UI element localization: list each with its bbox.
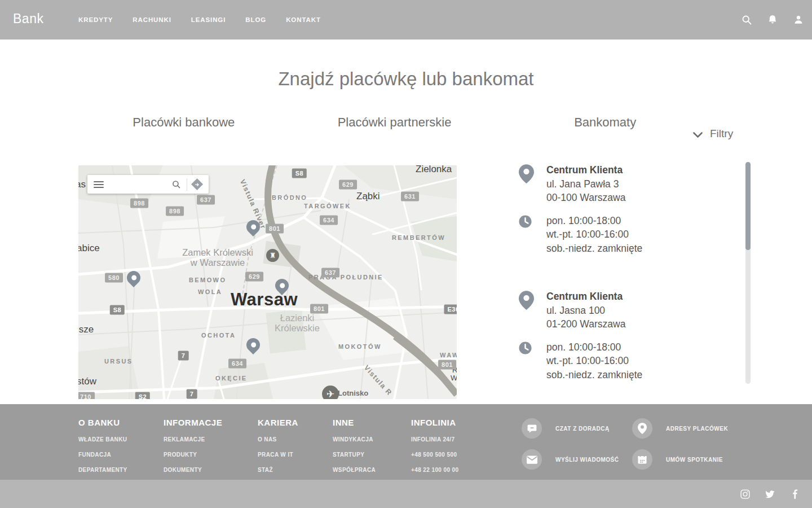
filters-label: Filtry <box>710 128 733 140</box>
twitter-icon[interactable] <box>765 489 775 499</box>
branch-hours: sob.-niedz. zamknięte <box>546 242 642 256</box>
action-addresses[interactable]: ADRESY PLACÓWEK <box>632 418 728 439</box>
footer-col-infolinia: INFOLINIA INFOLINIA 24/7 +48 500 500 500… <box>411 404 459 473</box>
directions-icon[interactable] <box>191 178 203 190</box>
branch-hours: wt.-pt. 10:00-16:00 <box>546 354 642 368</box>
map-label: MOKOTÓW <box>338 343 382 350</box>
road-shield: 7 <box>178 351 189 361</box>
location-pin-icon <box>519 163 535 205</box>
map-label: WOLA <box>198 288 222 295</box>
map-pin[interactable] <box>124 268 143 287</box>
results-scrollbar[interactable] <box>745 162 751 384</box>
page-title: Znajdź placówkę lub bankomat <box>0 68 812 90</box>
road-shield: E30 <box>444 305 457 314</box>
map-label: Łazienki Królewskie <box>263 313 331 333</box>
top-nav: Bank KREDYTY RACHUNKI LEASINGI BLOG KONT… <box>0 0 812 40</box>
map-menu-icon[interactable] <box>94 181 104 188</box>
footer-link[interactable]: WŁADZE BANKU <box>78 436 127 443</box>
footer-link[interactable]: REKLAMACJE <box>164 436 222 443</box>
map-overlays: ZielonkaZąbkiWarsawBRÓDNOTARGÓWEKREMBERT… <box>78 165 457 399</box>
tab-placowki-bankowe[interactable]: Placówki bankowe <box>78 115 289 130</box>
footer-col-inne: INNE WINDYKACJA STARTUPY WSPÓŁPRACA <box>333 404 376 473</box>
road-shield: 898 <box>166 207 184 216</box>
footer-link[interactable]: O NAS <box>258 436 298 443</box>
social-icons <box>740 480 800 508</box>
branch-hours: pon. 10:00-18:00 <box>546 340 642 354</box>
footer-phone[interactable]: +48 22 100 00 00 <box>411 467 459 473</box>
action-appointment[interactable]: UMÓW SPOTKANIE <box>632 449 723 470</box>
road-shield: 629 <box>339 180 357 190</box>
footer-link[interactable]: STARTUPY <box>333 452 376 458</box>
footer-link[interactable]: PRODUKTY <box>164 452 222 458</box>
facebook-icon[interactable] <box>790 489 800 499</box>
footer-phone[interactable]: +48 500 500 500 <box>411 452 459 458</box>
action-label: CZAT Z DORADCĄ <box>555 426 610 432</box>
tab-placowki-partnerskie[interactable]: Placówki partnerskie <box>289 115 500 130</box>
nav-item-kontakt[interactable]: KONTAKT <box>286 16 321 23</box>
footer-link[interactable]: DEPARTAMENTY <box>78 467 127 473</box>
road-shield: 898 <box>130 199 148 208</box>
footer-col-informacje: INFORMACJE REKLAMACJE PRODUKTY DOKUMENTY <box>164 404 222 473</box>
filters-toggle[interactable]: Filtry <box>693 128 733 140</box>
map-label: WAW <box>440 352 457 358</box>
road-shield: 801 <box>438 360 456 370</box>
map-search-icon[interactable] <box>171 179 181 189</box>
mail-icon <box>522 449 542 470</box>
chat-icon <box>522 418 542 439</box>
action-chat[interactable]: CZAT Z DORADCĄ <box>522 418 610 439</box>
footer: O BANKU WŁADZE BANKU FUNDACJA DEPARTAMEN… <box>0 404 812 480</box>
nav-item-rachunki[interactable]: RACHUNKI <box>133 16 171 23</box>
footer-link[interactable]: FUNDACJA <box>78 452 127 458</box>
map-label: as <box>78 179 86 190</box>
nav-item-kredyty[interactable]: KREDYTY <box>78 16 113 23</box>
tab-bankomaty[interactable]: Bankomaty <box>500 115 710 130</box>
footer-link[interactable]: INFOLINIA 24/7 <box>411 436 459 443</box>
main-menu: KREDYTY RACHUNKI LEASINGI BLOG KONTAKT <box>78 0 321 40</box>
nav-item-blog[interactable]: BLOG <box>245 16 266 23</box>
map-label: BEMOWO <box>189 277 226 283</box>
airport-icon: ✈ <box>322 386 339 399</box>
footer-link[interactable]: DOKUMENTY <box>164 467 222 473</box>
brand-logo[interactable]: Bank <box>13 11 43 27</box>
branch-name: Centrum Klienta <box>546 163 625 177</box>
map-pin[interactable] <box>244 335 263 354</box>
nav-item-leasingi[interactable]: LEASINGI <box>191 16 226 23</box>
castle-icon: ♜ <box>266 249 279 262</box>
scrollbar-thumb[interactable] <box>745 162 751 250</box>
road-shield: 580 <box>105 273 123 283</box>
road-shield: 801 <box>310 304 328 314</box>
clock-icon <box>519 340 535 382</box>
map-label: REMBERTÓW <box>392 234 445 241</box>
bell-icon[interactable] <box>767 14 778 25</box>
map-canvas[interactable]: ZielonkaZąbkiWarsawBRÓDNOTARGÓWEKREMBERT… <box>78 165 457 399</box>
road-shield: 710 <box>78 392 95 400</box>
map-label: isze <box>78 324 94 335</box>
location-pin-icon <box>519 290 535 331</box>
footer-link[interactable]: WSPÓŁPRACA <box>333 467 376 473</box>
road-shield: 634 <box>320 216 338 225</box>
action-message[interactable]: WYŚLIJ WIADOMOŚĆ <box>522 449 619 470</box>
map-label: Lotnisko <box>338 389 368 397</box>
road-shield: 637 <box>321 268 339 278</box>
action-label: ADRESY PLACÓWEK <box>666 426 728 432</box>
branch-address2: 00-100 Warszawa <box>546 191 625 205</box>
map-label: TARGÓWEK <box>304 203 351 209</box>
search-icon[interactable] <box>741 14 752 25</box>
bottom-bar <box>0 480 812 508</box>
footer-col-title: INFORMACJE <box>164 418 222 427</box>
map-label: Zamek Królewski w Warszawie <box>170 247 266 268</box>
footer-link[interactable]: PRACA W IT <box>258 452 298 458</box>
calendar-icon <box>632 449 652 470</box>
branch-card[interactable]: Centrum Klienta ul. Jasna 100 01-200 War… <box>519 290 740 382</box>
map-label: Warsaw <box>231 290 298 310</box>
branch-card[interactable]: Centrum Klienta ul. Jana Pawła 3 00-100 … <box>519 163 740 255</box>
instagram-icon[interactable] <box>740 489 750 499</box>
action-label: WYŚLIJ WIADOMOŚĆ <box>555 457 619 463</box>
map-search-input[interactable] <box>109 179 171 189</box>
footer-link[interactable]: STAŻ <box>258 467 298 473</box>
footer-link[interactable]: WINDYKACJA <box>333 436 376 443</box>
branch-results-list: Centrum Klienta ul. Jana Pawła 3 00-100 … <box>519 163 740 382</box>
pin-icon <box>632 418 652 439</box>
user-icon[interactable] <box>793 14 804 25</box>
branch-hours: wt.-pt. 10:00-16:00 <box>546 227 642 242</box>
